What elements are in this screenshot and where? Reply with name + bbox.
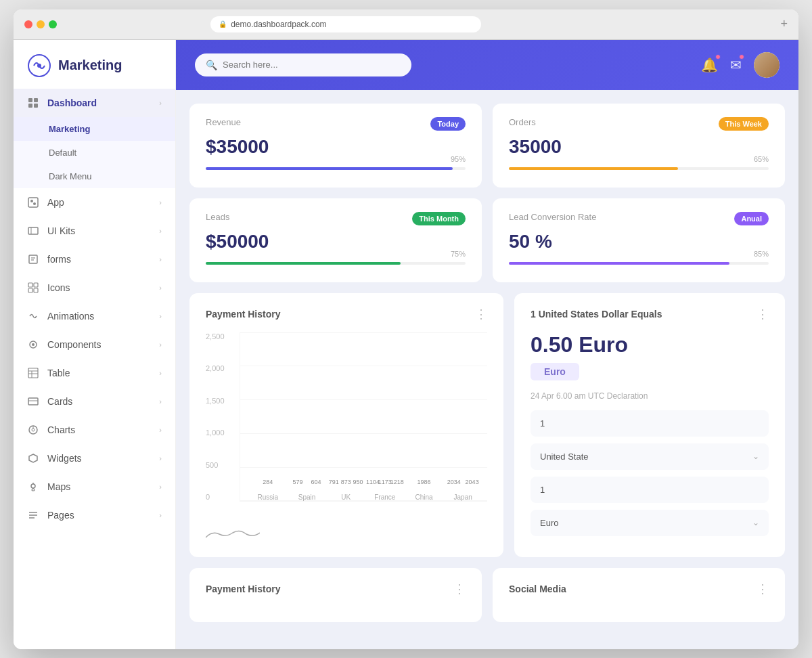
bar-group-uk: 791 873 950 UK [328, 489, 363, 501]
payment-history-more[interactable]: ⋮ [475, 307, 487, 322]
mail-button[interactable]: ✉ [730, 57, 742, 73]
svg-rect-17 [34, 288, 38, 292]
orders-progress-bar [509, 167, 678, 170]
animations-icon [27, 310, 39, 322]
sidebar-item-dashboard[interactable]: Dashboard › [14, 89, 175, 117]
to-currency-chevron: ⌄ [752, 518, 759, 527]
revenue-progress-bar [206, 167, 453, 170]
orders-progress-label: 65% [754, 155, 769, 163]
uikits-icon [27, 225, 39, 237]
components-label: Components [47, 339, 101, 350]
search-input[interactable] [223, 60, 401, 70]
sidebar-item-animations[interactable]: Animations › [14, 302, 175, 330]
footer-cards: Payment History ⋮ Social Media ⋮ [189, 568, 785, 622]
submenu-marketing[interactable]: Marketing [14, 117, 175, 141]
stat-card-revenue: Revenue Today $35000 95% [189, 104, 482, 188]
app-chevron: › [159, 198, 162, 206]
from-currency-chevron: ⌄ [752, 452, 759, 461]
from-amount-value: 1 [540, 418, 545, 429]
lead-conversion-label: Lead Conversion Rate [509, 212, 596, 222]
search-icon: 🔍 [206, 60, 217, 70]
svg-point-1 [37, 64, 41, 68]
svg-rect-5 [34, 104, 38, 108]
orders-progress: 65% [509, 167, 769, 170]
user-avatar[interactable] [754, 52, 780, 78]
svg-rect-2 [28, 98, 32, 102]
sidebar-item-forms[interactable]: forms › [14, 245, 175, 273]
sidebar-item-app[interactable]: App › [14, 188, 175, 217]
currency-card: 1 United States Dollar Equals ⋮ 0.50 Eur… [514, 293, 785, 557]
cards-label: Cards [47, 396, 72, 407]
mail-badge [739, 54, 744, 60]
svg-point-29 [31, 484, 35, 488]
footer-payment-card: Payment History ⋮ [189, 568, 482, 622]
browser-window: 🔒 demo.dashboardpack.com + Marketing [14, 9, 798, 649]
footer-social-title: Social Media [509, 584, 566, 594]
sidebar-item-maps[interactable]: Maps › [14, 473, 175, 501]
components-icon [27, 338, 39, 351]
svg-rect-6 [28, 198, 38, 207]
app-container: Marketing Dashboard › Marketing Default [14, 40, 798, 649]
topbar-icons: 🔔 ✉ [701, 52, 780, 78]
revenue-badge: Today [430, 117, 466, 131]
search-bar[interactable]: 🔍 [195, 53, 411, 76]
main-content: 🔍 🔔 ✉ [176, 40, 798, 649]
avatar-image [754, 52, 780, 78]
sidebar-item-charts[interactable]: Charts › [14, 416, 175, 444]
minimize-dot[interactable] [37, 20, 45, 28]
orders-label: Orders [509, 117, 536, 127]
uikits-chevron: › [159, 227, 162, 235]
leads-badge: This Month [412, 212, 466, 225]
revenue-progress-label: 95% [451, 155, 466, 163]
submenu-dark-menu[interactable]: Dark Menu [14, 164, 175, 188]
revenue-value: $35000 [206, 136, 466, 158]
sidebar-logo: Marketing [14, 40, 175, 89]
charts-icon [27, 424, 39, 436]
currency-from-amount: 1 [531, 410, 769, 437]
logo-text: Marketing [58, 58, 122, 73]
maximize-dot[interactable] [49, 20, 57, 28]
revenue-label: Revenue [206, 117, 241, 127]
url-text: demo.dashboardpack.com [231, 20, 326, 29]
mail-icon: ✉ [730, 58, 742, 72]
notification-button[interactable]: 🔔 [701, 57, 718, 73]
charts-label: Charts [47, 424, 75, 435]
pages-icon [27, 509, 39, 521]
dashboard-submenu: Marketing Default Dark Menu [14, 117, 175, 188]
stats-grid: Revenue Today $35000 95% Orders [189, 104, 785, 282]
sidebar-item-widgets[interactable]: Widgets › [14, 444, 175, 473]
currency-date: 24 Apr 6.00 am UTC Declaration [531, 391, 769, 401]
currency-to-currency[interactable]: Euro ⌄ [531, 510, 769, 536]
currency-from-currency[interactable]: United State ⌄ [531, 443, 769, 470]
sidebar-item-table[interactable]: Table › [14, 359, 175, 387]
browser-dots [24, 20, 57, 28]
sidebar-item-pages[interactable]: Pages › [14, 501, 175, 529]
forms-chevron: › [159, 255, 162, 263]
widgets-label: Widgets [47, 453, 82, 464]
footer-payment-more[interactable]: ⋮ [453, 582, 466, 596]
submenu-default[interactable]: Default [14, 141, 175, 164]
table-label: Table [47, 368, 70, 378]
chart-sparkline [206, 527, 487, 544]
sidebar-item-components[interactable]: Components › [14, 330, 175, 359]
svg-rect-4 [28, 104, 32, 108]
table-icon [27, 367, 39, 379]
from-currency-value: United State [540, 452, 589, 462]
charts-chevron: › [159, 426, 162, 434]
currency-type-badge: Euro [531, 363, 579, 380]
new-tab-button[interactable]: + [780, 17, 788, 31]
to-amount-value: 1 [540, 485, 545, 495]
sidebar-item-uikits[interactable]: UI Kits › [14, 217, 175, 245]
browser-url-bar[interactable]: 🔒 demo.dashboardpack.com [210, 16, 481, 32]
lead-conversion-value: 50 % [509, 231, 769, 253]
footer-social-more[interactable]: ⋮ [757, 582, 769, 596]
widgets-chevron: › [159, 454, 162, 462]
sidebar-item-icons[interactable]: Icons › [14, 273, 175, 302]
currency-value: 0.50 Euro [531, 332, 769, 357]
currency-header: 1 United States Dollar Equals [531, 309, 662, 320]
leads-label: Leads [206, 212, 229, 222]
close-dot[interactable] [24, 20, 32, 28]
dashboard-chevron: › [159, 99, 162, 107]
sidebar-item-cards[interactable]: Cards › [14, 387, 175, 416]
currency-more[interactable]: ⋮ [757, 307, 769, 322]
